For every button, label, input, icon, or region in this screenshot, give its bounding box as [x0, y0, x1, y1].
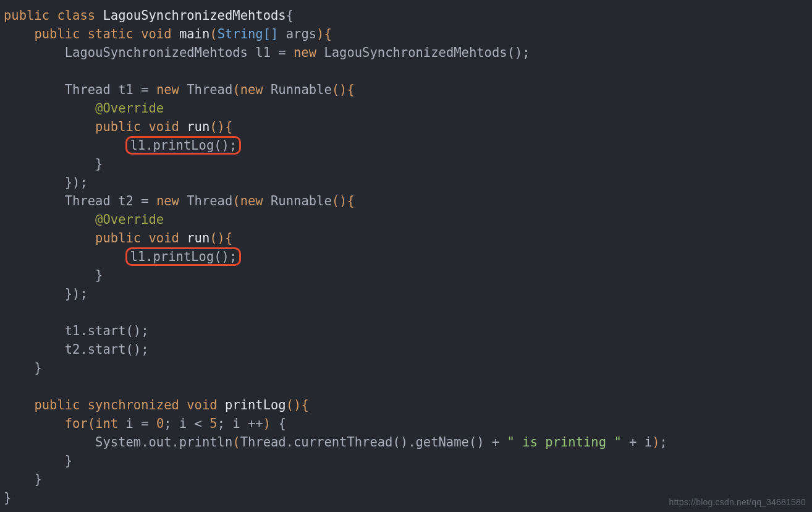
rbrace: }: [95, 268, 103, 283]
kw-new: new: [240, 82, 263, 97]
eq: =: [141, 416, 148, 431]
code-block: public class LagouSynchronizedMehtods{ p…: [0, 0, 812, 507]
kw-synchronized: synchronized: [88, 398, 179, 412]
type-thread: Thread: [65, 82, 111, 97]
type-string: String[]: [218, 27, 279, 41]
var-t2: t2: [118, 194, 133, 208]
runnable: Runnable: [271, 82, 332, 97]
semi: ;: [659, 435, 667, 450]
semi: ;: [164, 416, 171, 431]
kw-public: public: [95, 119, 141, 134]
lbrace: {: [286, 8, 294, 23]
thread-ctor: Thread: [187, 82, 232, 97]
lt: <: [195, 416, 202, 431]
num-5: 5: [209, 416, 217, 431]
override-annotation: @Override: [95, 212, 164, 227]
kw-static: static: [88, 27, 133, 41]
num-0: 0: [156, 416, 164, 431]
rparen: ): [263, 416, 271, 431]
rparen-brace2: (){: [332, 194, 355, 208]
kw-public: public: [4, 8, 49, 23]
runnable: Runnable: [271, 194, 332, 208]
kw-new: new: [240, 194, 263, 208]
t1-start: t1.start();: [65, 323, 149, 338]
lbrace: {: [278, 416, 285, 431]
kw-void: void: [149, 231, 179, 245]
param-args: args: [286, 27, 316, 41]
rbrace: }: [65, 453, 72, 468]
paren-brace: (){: [209, 119, 232, 134]
kw-void: void: [187, 398, 217, 412]
call-printlog: l1.printLog();: [130, 249, 237, 264]
rbrace: }: [95, 156, 103, 171]
lparen: (: [232, 194, 240, 208]
kw-public: public: [95, 231, 141, 245]
kw-void: void: [149, 119, 179, 134]
run-method: run: [187, 231, 209, 245]
kw-void: void: [141, 27, 171, 41]
rparen: ): [652, 435, 659, 450]
plus: +: [492, 435, 499, 450]
paren-semi: ();: [507, 45, 530, 60]
rbrace-paren-semi: });: [65, 286, 88, 301]
kw-int: int: [95, 416, 118, 431]
kw-new: new: [294, 45, 316, 60]
highlight-box-1: l1.printLog();: [125, 136, 241, 155]
class-name: LagouSynchronizedMehtods: [103, 8, 285, 23]
rbrace-paren-semi: });: [65, 175, 88, 190]
var-i: i: [179, 416, 187, 431]
eq: =: [141, 194, 148, 208]
var-l1: l1: [255, 45, 271, 60]
kw-public: public: [34, 398, 80, 412]
str-isprinting: " is printing ": [507, 435, 622, 450]
paren-brace: (){: [209, 231, 232, 245]
run-method: run: [187, 119, 209, 134]
highlight-box-2: l1.printLog();: [125, 247, 241, 266]
ctor: LagouSynchronizedMehtods: [324, 45, 507, 60]
rparen-brace2: (){: [332, 82, 355, 97]
rbrace: }: [34, 361, 41, 375]
type-thread: Thread: [65, 194, 111, 208]
lparen: (: [88, 416, 95, 431]
thread-call: Thread.currentThread().getName(): [240, 435, 484, 450]
var-t1: t1: [118, 82, 133, 97]
eq: =: [278, 45, 285, 60]
type-local: LagouSynchronizedMehtods: [65, 45, 248, 60]
lparen: (: [232, 435, 240, 450]
kw-class: class: [57, 8, 95, 23]
main-method: main: [179, 27, 209, 41]
var-i: i: [645, 435, 652, 450]
kw-new: new: [156, 194, 179, 208]
paren-brace: (){: [286, 398, 309, 412]
t2-start: t2.start();: [65, 342, 149, 357]
semi: ;: [218, 416, 225, 431]
kw-for: for: [65, 416, 88, 431]
var-i: i: [126, 416, 133, 431]
lparen: (: [209, 27, 217, 41]
watermark: https://blog.csdn.net/qq_34681580: [669, 497, 806, 507]
sysout: System.out.println: [95, 435, 232, 450]
call-printlog: l1.printLog();: [130, 138, 237, 153]
kw-new: new: [156, 82, 179, 97]
eq: =: [141, 82, 148, 97]
lparen: (: [232, 82, 240, 97]
thread-ctor: Thread: [187, 194, 232, 208]
plus: +: [629, 435, 636, 450]
rbrace: }: [34, 472, 41, 487]
ipp: i ++: [232, 416, 263, 431]
kw-public: public: [34, 27, 80, 41]
override-annotation: @Override: [95, 101, 164, 116]
rparen-brace: ){: [316, 27, 332, 41]
rbrace: }: [4, 490, 11, 505]
printlog-method: printLog: [225, 398, 286, 412]
